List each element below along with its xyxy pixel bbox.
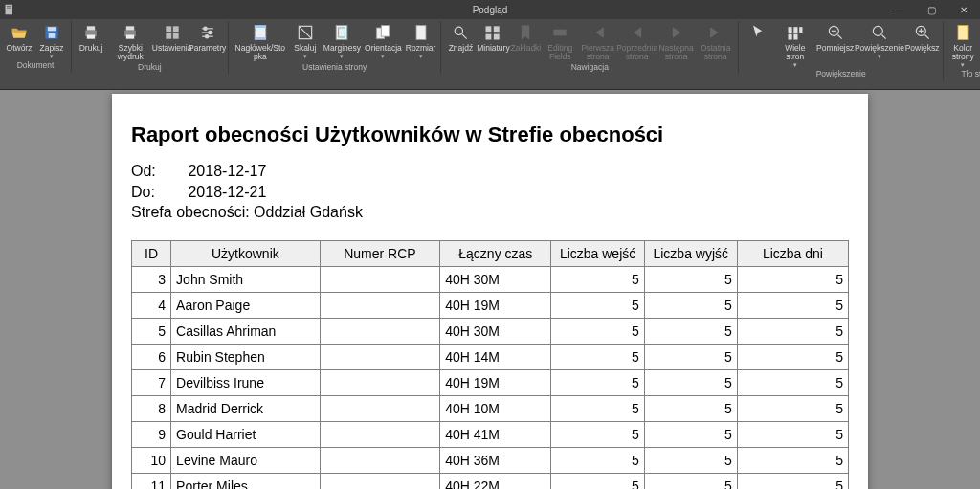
ribbon-button[interactable]: Rozmiar▾ bbox=[404, 21, 438, 61]
app-icon bbox=[0, 4, 19, 15]
ribbon-button[interactable]: Parametry bbox=[190, 21, 225, 61]
table-row: 3John Smith40H 30M555 bbox=[132, 266, 849, 292]
svg-rect-36 bbox=[494, 34, 500, 40]
column-header: Liczba dni bbox=[737, 240, 848, 266]
nav-next-icon bbox=[667, 22, 686, 43]
ribbon-button[interactable]: Powiększ bbox=[904, 21, 940, 68]
column-header: Liczba wejść bbox=[551, 240, 644, 266]
ribbon-button[interactable]: Nagłówek/Stopka bbox=[232, 21, 289, 61]
ribbon-button[interactable]: Powiększenie▾ bbox=[855, 21, 904, 68]
ribbon-group: Nagłówek/StopkaSkaluj▾Marginesy▾Orientac… bbox=[229, 21, 442, 74]
table-row: 4Aaron Paige40H 19M555 bbox=[132, 292, 849, 318]
ribbon-button[interactable]: Miniatury bbox=[477, 21, 509, 61]
cell-time: 40H 10M bbox=[440, 395, 551, 421]
chevron-down-icon: ▾ bbox=[340, 53, 344, 59]
cell-out: 5 bbox=[644, 369, 737, 395]
cell-in: 5 bbox=[551, 292, 644, 318]
ribbon-button[interactable]: Marginesy▾ bbox=[322, 21, 363, 61]
ribbon-button[interactable] bbox=[742, 21, 774, 68]
ribbon-button-label: Powiększenie bbox=[855, 44, 904, 53]
chevron-down-icon: ▾ bbox=[419, 53, 423, 59]
printer-fast-icon bbox=[121, 22, 140, 43]
table-row: 7Devilbiss Irune40H 19M555 bbox=[132, 369, 849, 395]
svg-rect-1 bbox=[7, 6, 11, 7]
ribbon-button[interactable]: Wiele stron▾ bbox=[774, 21, 815, 68]
cell-id: 10 bbox=[132, 447, 171, 473]
ribbon-button[interactable]: Znajdź bbox=[444, 21, 477, 61]
ribbon-button[interactable]: Zapisz▾ bbox=[35, 21, 68, 59]
svg-rect-13 bbox=[172, 26, 178, 32]
svg-rect-41 bbox=[788, 34, 791, 40]
ribbon-button[interactable]: Orientacja▾ bbox=[363, 21, 404, 61]
cell-days: 5 bbox=[737, 292, 848, 318]
ribbon-button[interactable]: Pomniejsz bbox=[815, 21, 854, 68]
ribbon-button-label: Poprzednia strona bbox=[616, 44, 657, 61]
chevron-down-icon: ▾ bbox=[381, 53, 385, 59]
ribbon-button-label: Rozmiar bbox=[406, 44, 436, 53]
column-header: Użytkownik bbox=[171, 240, 321, 266]
svg-rect-7 bbox=[87, 26, 95, 30]
cell-out: 5 bbox=[644, 473, 737, 489]
cell-out: 5 bbox=[644, 318, 737, 344]
ribbon-group: Kolor strony▾AZnak wodnyTło strony bbox=[944, 21, 980, 80]
ribbon-button-label: Zapisz bbox=[39, 44, 63, 53]
ribbon-button-label: Marginesy bbox=[323, 44, 361, 53]
ribbon-button[interactable]: Szybki wydruk bbox=[107, 21, 154, 61]
to-label: Do: bbox=[131, 182, 184, 203]
table-body: 3John Smith40H 30M5554Aaron Paige40H 19M… bbox=[132, 266, 849, 489]
preview-workspace[interactable]: Raport obecności Użytkowników w Strefie … bbox=[0, 90, 980, 489]
from-label: Od: bbox=[131, 161, 184, 182]
column-header: Łączny czas bbox=[440, 240, 551, 266]
svg-rect-24 bbox=[255, 37, 266, 40]
page-size-icon bbox=[412, 22, 431, 43]
svg-rect-29 bbox=[382, 26, 390, 37]
cell-rcp bbox=[320, 318, 440, 344]
svg-rect-5 bbox=[49, 33, 56, 38]
ribbon-button-label: Wiele stron bbox=[776, 44, 813, 61]
table-row: 9Gould Harriet40H 41M555 bbox=[132, 421, 849, 447]
chevron-down-icon: ▾ bbox=[303, 53, 307, 59]
ribbon-button[interactable]: Skaluj▾ bbox=[289, 21, 322, 61]
ribbon-button-label: Orientacja bbox=[365, 44, 402, 53]
ribbon-group-name: Powiększenie bbox=[742, 68, 940, 80]
window-maximize-button[interactable]: ▢ bbox=[915, 0, 947, 19]
bookmarks-icon bbox=[516, 22, 535, 43]
svg-rect-39 bbox=[793, 27, 797, 33]
ribbon-button[interactable]: Drukuj bbox=[75, 21, 107, 61]
svg-rect-15 bbox=[172, 33, 178, 39]
titlebar: Podgląd — ▢ ✕ bbox=[0, 0, 980, 19]
cell-id: 6 bbox=[132, 344, 171, 369]
cell-days: 5 bbox=[737, 369, 848, 395]
svg-rect-37 bbox=[554, 30, 567, 36]
cell-out: 5 bbox=[644, 395, 737, 421]
cell-in: 5 bbox=[551, 266, 644, 292]
ribbon-button-label: Otwórz bbox=[7, 44, 33, 53]
find-icon bbox=[451, 22, 470, 43]
zoom-out-icon bbox=[826, 22, 845, 43]
cell-id: 7 bbox=[132, 369, 171, 395]
svg-rect-33 bbox=[486, 26, 492, 32]
svg-line-49 bbox=[924, 35, 928, 39]
ribbon-button[interactable]: Otwórz bbox=[3, 21, 35, 59]
ribbon-button-label: Szybki wydruk bbox=[109, 44, 152, 61]
cell-out: 5 bbox=[644, 421, 737, 447]
chevron-down-icon: ▾ bbox=[878, 53, 881, 59]
ribbon-button[interactable]: Ustawienia bbox=[154, 21, 190, 61]
chevron-down-icon: ▾ bbox=[793, 61, 797, 68]
report-table: IDUżytkownikNumer RCPŁączny czasLiczba w… bbox=[131, 240, 849, 489]
ribbon-button: Zakładki bbox=[509, 21, 542, 61]
ribbon-group: Wiele stron▾PomniejszPowiększenie▾Powięk… bbox=[739, 21, 944, 80]
pointer-icon bbox=[748, 22, 768, 43]
cell-in: 5 bbox=[551, 344, 644, 369]
svg-rect-23 bbox=[255, 26, 266, 29]
window-close-button[interactable]: ✕ bbox=[947, 0, 980, 19]
window-minimize-button[interactable]: — bbox=[882, 0, 915, 19]
cell-in: 5 bbox=[551, 473, 644, 489]
cell-in: 5 bbox=[551, 447, 644, 473]
cell-time: 40H 30M bbox=[440, 318, 551, 344]
scale-icon bbox=[296, 22, 315, 43]
margins-icon bbox=[332, 22, 351, 43]
ribbon-button[interactable]: Kolor strony▾ bbox=[947, 21, 979, 68]
ribbon-button-label: Ostatnia strona bbox=[698, 44, 733, 61]
ribbon: OtwórzZapisz▾DokumentDrukujSzybki wydruk… bbox=[0, 19, 980, 90]
